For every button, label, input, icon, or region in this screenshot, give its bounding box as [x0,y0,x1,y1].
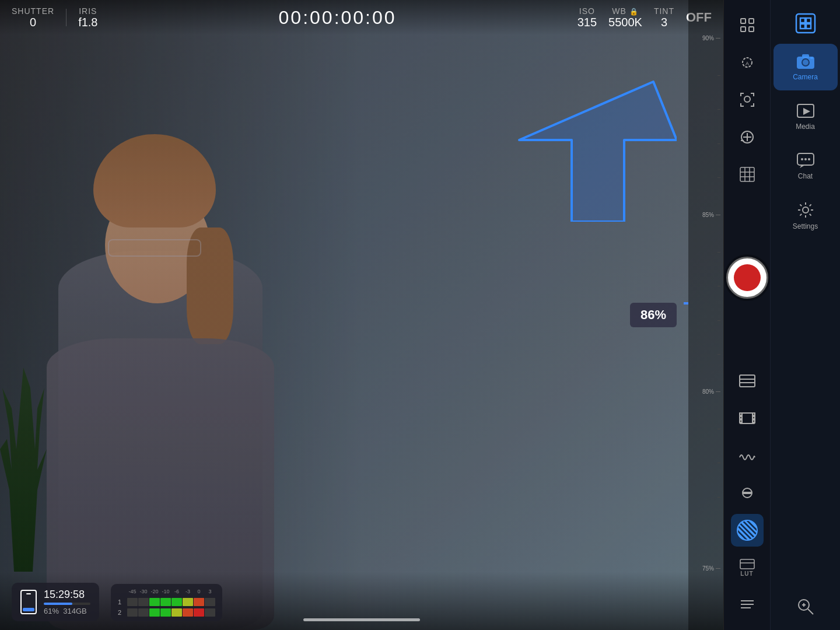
svg-rect-12 [740,167,754,181]
ch2-bar-6 [183,608,193,617]
svg-rect-36 [806,18,811,23]
af-mode-button[interactable]: A [731,46,764,79]
aspect-ratio-button[interactable] [731,365,764,397]
minor-tick [718,531,720,531]
ch1-bar-1 [127,598,138,606]
top-frame-icon-area [788,9,823,38]
exp-tick-label-75: 75% [702,565,714,572]
wb-value: 5500K [608,16,642,29]
hud-top-bar: SHUTTER 0 IRIS f1.8 00:00:00:00 ISO 315 … [0,0,723,35]
nav-item-camera[interactable]: Camera [774,44,838,90]
wb-lock-icon: 🔒 [629,8,639,16]
scale-label-0: 0 [194,589,204,594]
wb-label: WB 🔒 [612,6,638,16]
home-indicator [303,618,420,621]
exposure-scale: 90% 85% 80% [688,35,723,572]
minor-tick [718,177,720,178]
minor-tick [718,463,720,463]
svg-rect-2 [749,19,754,23]
svg-rect-29 [740,559,754,569]
phone-storage-icon [20,590,37,614]
svg-point-47 [801,158,803,160]
zebra-button[interactable] [731,514,764,547]
svg-rect-25 [752,416,755,419]
svg-point-50 [803,207,808,213]
svg-point-48 [804,158,807,160]
ch2-bar-2 [138,608,149,617]
grid-button[interactable] [731,158,764,191]
svg-point-7 [744,96,750,102]
svg-rect-1 [741,19,746,23]
minor-tick [718,144,720,144]
storage-stats: 61% 314GB [44,607,90,615]
ch1-bar-2 [138,598,149,606]
scale-label-3p: 3 [205,589,215,594]
svg-point-41 [803,60,808,65]
exp-tick-90: 90% [691,35,720,41]
exposure-badge: 86% [630,303,677,327]
storage-bar-fill [44,603,72,605]
tint-display: TINT 3 [654,6,674,29]
zoom-icon-area[interactable] [788,592,823,621]
scale-label-6: -6 [172,589,182,594]
face-detect-button[interactable] [731,83,764,116]
record-button[interactable] [726,257,768,299]
exposure-comp-button[interactable] [731,121,764,153]
iso-label: ISO [579,6,595,16]
svg-rect-21 [740,413,742,415]
storage-details: 15:29:58 61% 314GB [44,589,90,615]
ch2-bar-7 [194,608,204,617]
list-button[interactable] [731,589,764,621]
iris-display: IRIS f1.8 [78,6,97,29]
ch1-bar-5 [172,598,182,606]
phone-battery-bar [23,608,34,611]
timecode-display: 00:00:00:00 [115,7,559,29]
audio-ch2-row: 2 [118,608,215,617]
camera-nav-label: Camera [793,73,818,81]
exp-tick-80: 80% [691,388,720,395]
ch2-bar-8 [205,608,215,617]
ch1-bar-3 [149,598,160,606]
remaining-time: 15:29:58 [44,589,90,601]
storage-info-panel: 15:29:58 61% 314GB [12,583,99,621]
ch2-bar-5 [172,608,182,617]
scale-label-30: -30 [138,589,149,594]
iris-value: f1.8 [78,16,97,29]
scale-label-3: -3 [183,589,193,594]
svg-rect-23 [740,420,742,422]
exp-tick-line-85 [716,215,720,215]
exp-tick-label-85: 85% [702,212,714,218]
iso-value: 315 [578,16,597,29]
exp-tick-85: 85% [691,212,720,218]
camera-view: SHUTTER 0 IRIS f1.8 00:00:00:00 ISO 315 … [0,0,723,630]
storage-bar-bg [44,603,90,605]
waveform-button[interactable] [731,439,764,472]
frame-tool-button[interactable] [731,9,764,41]
exp-tick-line-75 [716,568,720,569]
svg-rect-43 [810,57,813,59]
scan-button[interactable] [731,477,764,509]
nav-item-settings[interactable]: Settings [774,192,838,239]
svg-point-49 [808,158,810,160]
settings-nav-icon [797,201,814,219]
filmstrip-button[interactable] [731,402,764,435]
lut-btn-content: LUT [740,559,755,577]
lut-button[interactable]: LUT [731,551,764,584]
nav-item-chat[interactable]: Chat [774,143,838,190]
zebra-indicator-line [684,302,688,304]
hud-left-section: SHUTTER 0 IRIS f1.8 [12,6,97,29]
iris-label: IRIS [79,6,97,16]
minor-tick [718,286,720,286]
tools-panel: A [723,0,770,630]
tint-value: 3 [661,16,667,29]
shutter-value: 0 [30,16,36,29]
svg-rect-24 [752,413,755,415]
svg-rect-4 [749,27,754,32]
nav-item-media[interactable]: Media [774,93,838,140]
settings-nav-label: Settings [793,222,818,230]
svg-marker-45 [803,108,810,115]
ch2-label: 2 [118,609,124,616]
svg-rect-37 [800,24,805,29]
ch2-bar-3 [149,608,160,617]
shutter-label: SHUTTER [12,6,54,16]
